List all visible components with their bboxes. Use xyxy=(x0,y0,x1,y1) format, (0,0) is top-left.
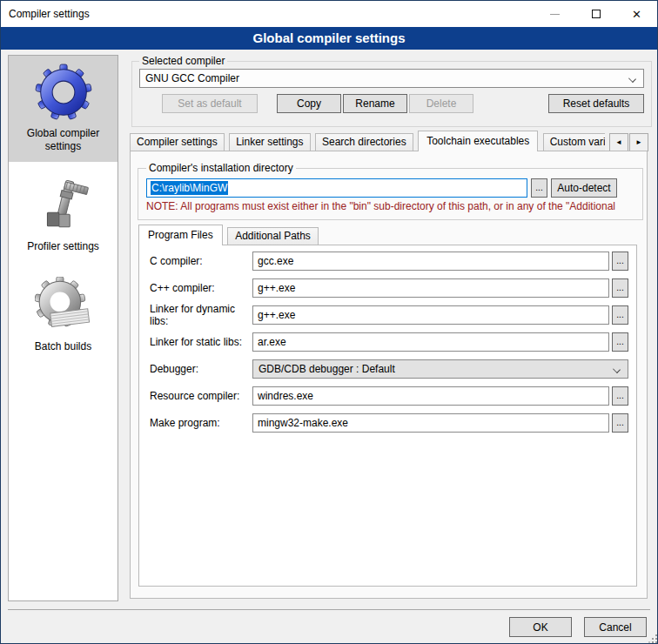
linker-dynamic-label: Linker for dynamic libs: xyxy=(150,303,252,327)
tab-search-directories[interactable]: Search directories xyxy=(315,133,413,151)
sidebar-item-label: Profiler settings xyxy=(12,240,114,253)
selected-compiler-value: GNU GCC Compiler xyxy=(145,72,239,84)
reset-defaults-button[interactable]: Reset defaults xyxy=(548,94,644,113)
minimize-button[interactable] xyxy=(534,1,575,27)
footer-divider xyxy=(8,609,650,610)
window-title: Compiler settings xyxy=(1,8,534,20)
installation-directory-input[interactable]: C:\raylib\MinGW xyxy=(146,178,527,198)
field-row-debugger: Debugger: GDB/CDB debugger : Default xyxy=(150,359,628,379)
make-program-browse-button[interactable]: ... xyxy=(612,413,628,433)
resize-grip[interactable] xyxy=(652,638,654,640)
selected-compiler-group-label: Selected compiler xyxy=(139,55,227,67)
resource-compiler-input[interactable] xyxy=(252,386,609,406)
installation-directory-group: Compiler's installation directory C:\ray… xyxy=(138,162,643,220)
minimize-icon xyxy=(550,14,560,15)
compiler-buttons-row: Set as default Copy Rename Delete Reset … xyxy=(139,94,644,113)
linker-dynamic-browse-button[interactable]: ... xyxy=(612,305,628,325)
compiler-settings-dialog: Compiler settings ✕ Global compiler sett… xyxy=(0,0,658,644)
debugger-label: Debugger: xyxy=(150,363,252,375)
main-tabstrip: Compiler settings Linker settings Search… xyxy=(130,131,652,151)
linker-static-input[interactable] xyxy=(252,332,609,352)
left-arrow-icon: ◄ xyxy=(615,138,622,146)
program-files-tabstrip: Program Files Additional Paths xyxy=(138,225,319,245)
resource-compiler-label: Resource compiler: xyxy=(150,390,252,402)
installation-note: NOTE: All programs must exist either in … xyxy=(146,200,634,212)
make-program-label: Make program: xyxy=(150,417,252,429)
copy-button[interactable]: Copy xyxy=(277,94,341,113)
sidebar-item-label: Batch builds xyxy=(12,340,114,353)
installation-directory-row: C:\raylib\MinGW ... Auto-detect xyxy=(146,178,634,198)
field-row-linker-static: Linker for static libs: ... xyxy=(150,332,628,352)
installation-directory-browse-button[interactable]: ... xyxy=(531,178,547,198)
tab-toolchain-executables[interactable]: Toolchain executables xyxy=(418,131,538,151)
tab-clip-area: Compiler settings Linker settings Search… xyxy=(130,131,605,151)
linker-static-browse-button[interactable]: ... xyxy=(612,332,628,352)
chevron-down-icon xyxy=(628,75,636,83)
c-compiler-input[interactable] xyxy=(252,252,609,271)
tab-scroll-right-button[interactable]: ► xyxy=(629,133,648,151)
installation-directory-value: C:\raylib\MinGW xyxy=(151,181,228,195)
close-icon: ✕ xyxy=(632,9,641,20)
sidebar-item-global-compiler-settings[interactable]: Global compiler settings xyxy=(9,56,118,162)
tab-custom-variables[interactable]: Custom variables xyxy=(543,133,605,151)
page-title: Global compiler settings xyxy=(1,27,657,50)
debugger-dropdown[interactable]: GDB/CDB debugger : Default xyxy=(252,359,628,379)
blue-gear-icon xyxy=(35,64,92,121)
cancel-button[interactable]: Cancel xyxy=(584,617,647,637)
selected-compiler-group: Selected compiler GNU GCC Compiler Set a… xyxy=(131,55,652,127)
field-row-make-program: Make program: ... xyxy=(150,413,628,433)
cpp-compiler-browse-button[interactable]: ... xyxy=(612,278,628,298)
caliper-icon xyxy=(35,177,92,234)
delete-button[interactable]: Delete xyxy=(409,94,473,113)
auto-detect-button[interactable]: Auto-detect xyxy=(551,178,617,198)
debugger-value: GDB/CDB debugger : Default xyxy=(258,363,395,375)
cpp-compiler-label: C++ compiler: xyxy=(150,282,252,294)
program-files-panel: C compiler: ... C++ compiler: ... Linker… xyxy=(138,245,637,587)
subtab-program-files[interactable]: Program Files xyxy=(138,225,223,245)
tab-linker-settings[interactable]: Linker settings xyxy=(229,133,310,151)
selected-compiler-dropdown[interactable]: GNU GCC Compiler xyxy=(139,69,644,88)
sidebar-item-label: Global compiler settings xyxy=(12,127,114,153)
set-as-default-button[interactable]: Set as default xyxy=(162,94,258,113)
maximize-icon xyxy=(592,10,601,18)
subtab-additional-paths[interactable]: Additional Paths xyxy=(227,227,319,245)
c-compiler-label: C compiler: xyxy=(150,255,252,267)
tab-scroll-left-button[interactable]: ◄ xyxy=(609,133,628,151)
field-row-c-compiler: C compiler: ... xyxy=(150,252,628,271)
chevron-down-icon xyxy=(613,366,621,373)
field-row-linker-dynamic: Linker for dynamic libs: ... xyxy=(150,305,628,325)
gray-gear-stack-icon xyxy=(35,277,92,334)
linker-dynamic-input[interactable] xyxy=(252,305,609,325)
toolchain-executables-page: Compiler's installation directory C:\ray… xyxy=(130,151,648,599)
settings-sidebar: Global compiler settings xyxy=(8,55,118,601)
ok-button[interactable]: OK xyxy=(509,617,572,637)
c-compiler-browse-button[interactable]: ... xyxy=(612,252,628,271)
close-button[interactable]: ✕ xyxy=(616,1,657,27)
maximize-button[interactable] xyxy=(575,1,616,27)
titlebar: Compiler settings ✕ xyxy=(1,1,657,27)
installation-directory-group-label: Compiler's installation directory xyxy=(146,162,296,174)
cpp-compiler-input[interactable] xyxy=(252,278,609,298)
field-row-cpp-compiler: C++ compiler: ... xyxy=(150,278,628,298)
resource-compiler-browse-button[interactable]: ... xyxy=(612,386,628,406)
make-program-input[interactable] xyxy=(252,413,609,433)
sidebar-item-batch-builds[interactable]: Batch builds xyxy=(9,269,118,362)
right-arrow-icon: ► xyxy=(635,138,642,146)
field-row-resource-compiler: Resource compiler: ... xyxy=(150,386,628,406)
sidebar-item-profiler-settings[interactable]: Profiler settings xyxy=(9,169,118,262)
tab-compiler-settings[interactable]: Compiler settings xyxy=(130,133,225,151)
linker-static-label: Linker for static libs: xyxy=(150,336,252,348)
rename-button[interactable]: Rename xyxy=(343,94,407,113)
